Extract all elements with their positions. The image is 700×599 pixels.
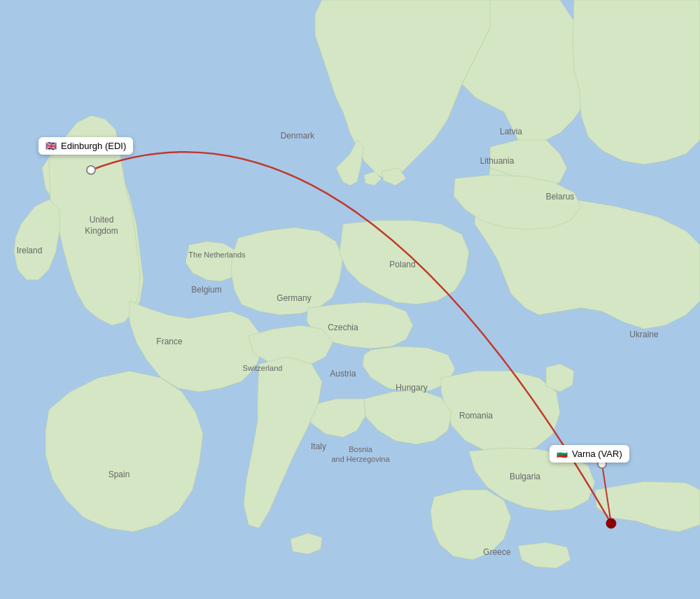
edinburgh-flag: 🇬🇧 bbox=[46, 141, 57, 151]
varna-text: Varna (VAR) bbox=[572, 449, 622, 459]
map-svg: Latvia Lithuania Belarus Denmark United … bbox=[0, 0, 700, 599]
edinburgh-label: 🇬🇧 Edinburgh (EDI) bbox=[38, 137, 133, 155]
country-label-spain: Spain bbox=[108, 470, 130, 479]
country-label-romania: Romania bbox=[459, 411, 493, 421]
country-label-latvia: Latvia bbox=[500, 127, 522, 136]
country-label-bosnia-1: Bosnia bbox=[349, 445, 373, 453]
country-label-uk-1: United bbox=[90, 215, 114, 225]
country-label-germany: Germany bbox=[276, 293, 311, 303]
country-label-poland: Poland bbox=[389, 260, 415, 269]
svg-point-3 bbox=[606, 519, 616, 528]
country-label-switzerland: Switzerland bbox=[243, 364, 283, 372]
country-label-bosnia-2: and Herzegovina bbox=[331, 455, 390, 463]
country-label-ukraine: Ukraine bbox=[629, 330, 659, 339]
country-label-lithuania: Lithuania bbox=[480, 156, 514, 166]
country-label-belgium: Belgium bbox=[191, 285, 221, 295]
country-label-denmark: Denmark bbox=[281, 131, 316, 141]
country-label-netherlands: The Netherlands bbox=[188, 251, 246, 259]
country-label-hungary: Hungary bbox=[396, 383, 427, 393]
country-label-belarus: Belarus bbox=[546, 192, 575, 202]
edinburgh-text: Edinburgh (EDI) bbox=[61, 141, 126, 151]
varna-label: 🇧🇬 Varna (VAR) bbox=[550, 445, 629, 463]
country-label-austria: Austria bbox=[330, 369, 356, 379]
country-label-france: France bbox=[156, 337, 183, 346]
country-label-italy: Italy bbox=[311, 442, 326, 451]
country-label-uk-2: Kingdom bbox=[85, 226, 118, 236]
svg-point-1 bbox=[87, 166, 95, 174]
country-label-czechia: Czechia bbox=[328, 323, 358, 332]
country-label-bulgaria: Bulgaria bbox=[510, 472, 540, 481]
map-container: Latvia Lithuania Belarus Denmark United … bbox=[0, 0, 700, 599]
varna-flag: 🇧🇬 bbox=[556, 449, 568, 459]
country-label-greece: Greece bbox=[483, 547, 511, 557]
country-label-ireland: Ireland bbox=[17, 246, 43, 255]
